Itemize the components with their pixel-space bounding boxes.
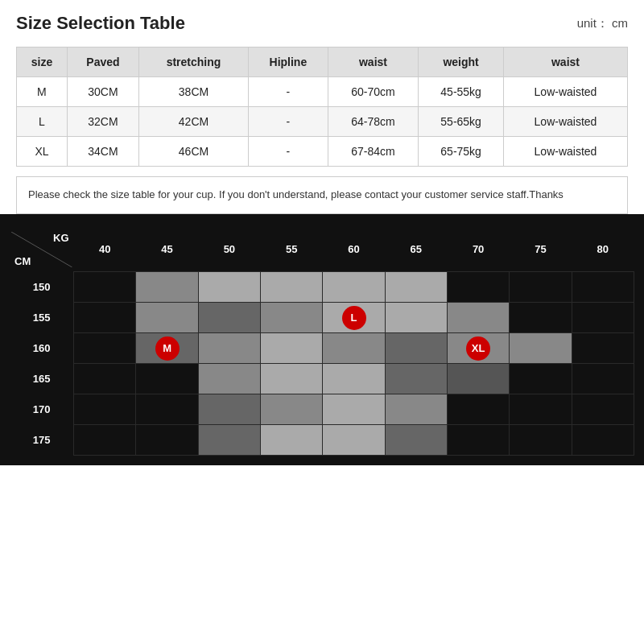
grid-cell-155-55 [261,303,323,333]
grid-cell-165-65 [385,364,447,394]
grid-cell-150-70 [447,272,509,303]
grid-row-160: 160 [10,333,74,364]
grid-cell-175-45 [136,425,198,456]
grid-cell-175-80 [572,425,634,456]
grid-data-row: 165 [10,364,634,394]
grid-cell-165-75 [510,364,572,394]
grid-cell-175-50 [198,425,260,456]
grid-col-70: 70 [447,227,509,272]
grid-cell-155-70 [447,303,509,333]
grid-cell-165-50 [198,364,260,394]
grid-cell-170-75 [510,394,572,425]
grid-cell-155-80 [572,303,634,333]
note-box: Please check the size table for your cup… [16,176,628,214]
grid-cell-170-50 [198,394,260,425]
table-row: M 30CM 38CM - 60-70cm 45-55kg Low-waiste… [17,77,628,107]
grid-data-row: 160MXL [10,333,634,364]
grid-cell-175-65 [385,425,447,456]
grid-cell-160-70: XL [447,333,509,364]
grid-cell-150-55 [261,272,323,303]
grid-cell-165-70 [447,364,509,394]
grid-cell-160-80 [572,333,634,364]
grid-cell-155-40 [74,303,136,333]
grid-cell-160-40 [74,333,136,364]
grid-cell-175-75 [510,425,572,456]
grid-col-45: 45 [136,227,198,272]
grid-cell-175-60 [323,425,385,456]
grid-cell-165-55 [261,364,323,394]
cell-waist: 64-78cm [328,107,419,137]
page-title: Size Selection Table [16,13,185,34]
cell-stretching: 42CM [139,107,249,137]
grid-row-170: 170 [10,394,74,425]
grid-cell-150-45 [136,272,198,303]
grid-cell-160-65 [385,333,447,364]
grid-cell-150-80 [572,272,634,303]
grid-cell-170-80 [572,394,634,425]
cm-label: CM [14,255,31,267]
grid-cell-170-65 [385,394,447,425]
top-section: Size Selection Table unit： cm size Paved… [0,0,644,214]
grid-col-55: 55 [261,227,323,272]
cell-waist2: Low-waisted [503,137,627,167]
grid-table: KG CM 404550556065707580150155L160MXL165… [10,227,634,456]
title-row: Size Selection Table unit： cm [16,13,628,34]
grid-cell-150-60 [323,272,385,303]
table-row: XL 34CM 46CM - 67-84cm 65-75kg Low-waist… [17,137,628,167]
cell-hipline: - [249,107,328,137]
grid-cell-160-50 [198,333,260,364]
col-header-stretching: stretching [139,47,249,77]
grid-cell-170-70 [447,394,509,425]
grid-cell-170-45 [136,394,198,425]
grid-col-65: 65 [385,227,447,272]
size-table: size Paved stretching Hipline waist weig… [16,47,628,167]
table-row: L 32CM 42CM - 64-78cm 55-65kg Low-waiste… [17,107,628,137]
cell-paved: 30CM [67,77,138,107]
grid-cell-150-40 [74,272,136,303]
cell-waist: 67-84cm [328,137,419,167]
size-badge-M: M [155,336,180,361]
grid-data-row: 155L [10,303,634,333]
grid-cell-165-45 [136,364,198,394]
cell-stretching: 38CM [139,77,249,107]
grid-cell-150-65 [385,272,447,303]
cell-size: XL [17,137,68,167]
grid-data-row: 175 [10,425,634,456]
table-header-row: size Paved stretching Hipline waist weig… [17,47,628,77]
grid-cell-175-70 [447,425,509,456]
grid-row-165: 165 [10,364,74,394]
cell-hipline: - [249,137,328,167]
grid-cell-155-45 [136,303,198,333]
cell-weight: 45-55kg [419,77,504,107]
grid-cell-170-55 [261,394,323,425]
grid-corner: KG CM [10,227,74,272]
cell-size: L [17,107,68,137]
cell-waist2: Low-waisted [503,77,627,107]
grid-cell-170-40 [74,394,136,425]
grid-cell-165-40 [74,364,136,394]
grid-cell-175-55 [261,425,323,456]
grid-col-75: 75 [510,227,572,272]
grid-row-155: 155 [10,303,74,333]
cell-stretching: 46CM [139,137,249,167]
grid-col-80: 80 [572,227,634,272]
grid-row-150: 150 [10,272,74,303]
bottom-section: KG CM 404550556065707580150155L160MXL165… [0,214,644,466]
grid-cell-150-75 [510,272,572,303]
grid-cell-165-80 [572,364,634,394]
grid-cell-160-55 [261,333,323,364]
grid-cell-160-75 [510,333,572,364]
cell-size: M [17,77,68,107]
col-header-paved: Paved [67,47,138,77]
cell-paved: 34CM [67,137,138,167]
grid-cell-175-40 [74,425,136,456]
grid-col-40: 40 [74,227,136,272]
grid-cell-155-50 [198,303,260,333]
unit-label: unit： cm [577,16,628,31]
cell-waist2: Low-waisted [503,107,627,137]
grid-cell-160-60 [323,333,385,364]
grid-cell-170-60 [323,394,385,425]
grid-container: KG CM 404550556065707580150155L160MXL165… [10,227,634,456]
grid-cell-155-65 [385,303,447,333]
cell-paved: 32CM [67,107,138,137]
